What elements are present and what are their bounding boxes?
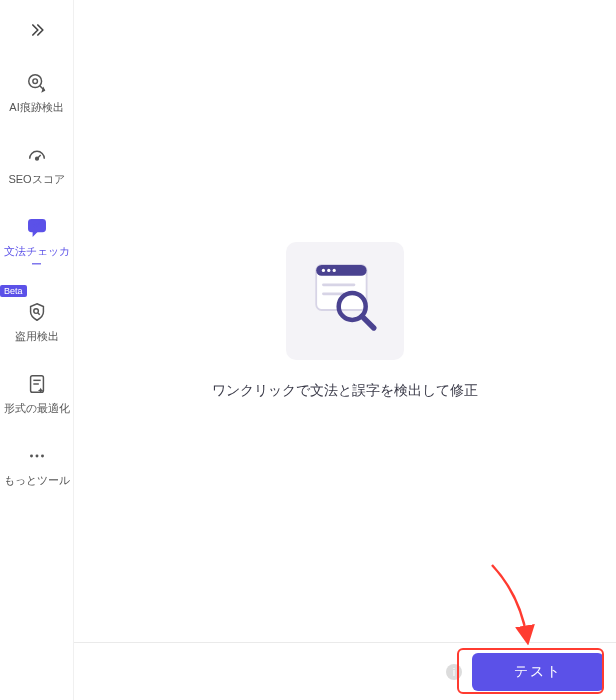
empty-state-caption: ワンクリックで文法と誤字を検出して修正 bbox=[212, 382, 478, 400]
sidebar-item-grammar-checker[interactable]: 文法チェッカー bbox=[0, 200, 73, 285]
sidebar-item-label: SEOスコア bbox=[8, 173, 64, 186]
chat-check-icon bbox=[24, 214, 50, 240]
svg-point-17 bbox=[333, 269, 336, 272]
sidebar-item-more-tools[interactable]: もっとツール bbox=[0, 429, 73, 501]
svg-line-6 bbox=[37, 313, 39, 315]
svg-point-10 bbox=[30, 455, 33, 458]
sidebar-item-label: もっとツール bbox=[4, 474, 70, 487]
svg-point-11 bbox=[35, 455, 38, 458]
beta-badge: Beta bbox=[0, 285, 27, 297]
svg-point-15 bbox=[322, 269, 325, 272]
svg-point-0 bbox=[28, 75, 41, 88]
app-root: AI痕跡検出 SEOスコア 文法チェッカー Beta 盗用検出 形式 bbox=[0, 0, 616, 700]
sidebar: AI痕跡検出 SEOスコア 文法チェッカー Beta 盗用検出 形式 bbox=[0, 0, 74, 700]
sidebar-item-label: 形式の最適化 bbox=[4, 402, 70, 415]
sidebar-collapse-button[interactable] bbox=[0, 8, 73, 56]
svg-line-21 bbox=[362, 316, 374, 328]
shield-search-icon bbox=[24, 299, 50, 325]
sidebar-item-format-optimize[interactable]: 形式の最適化 bbox=[0, 357, 73, 429]
sidebar-item-label: AI痕跡検出 bbox=[9, 101, 63, 114]
empty-state-illustration bbox=[286, 242, 404, 360]
target-pen-icon bbox=[24, 70, 50, 96]
document-sparkle-icon bbox=[24, 371, 50, 397]
svg-point-12 bbox=[41, 455, 44, 458]
info-icon[interactable]: i bbox=[446, 664, 462, 680]
chevron-double-right-icon bbox=[27, 20, 47, 44]
sidebar-item-label: 盗用検出 bbox=[15, 330, 59, 343]
main-panel: ワンクリックで文法と誤字を検出して修正 i テスト bbox=[74, 0, 616, 700]
sidebar-item-seo-score[interactable]: SEOスコア bbox=[0, 128, 73, 200]
svg-point-5 bbox=[33, 309, 38, 314]
empty-state: ワンクリックで文法と誤字を検出して修正 bbox=[74, 0, 616, 642]
dots-horizontal-icon bbox=[24, 443, 50, 469]
svg-point-16 bbox=[327, 269, 330, 272]
document-magnify-icon bbox=[300, 256, 390, 346]
svg-point-1 bbox=[32, 79, 37, 84]
sidebar-item-ai-trace[interactable]: AI痕跡検出 bbox=[0, 56, 73, 128]
sidebar-item-plagiarism[interactable]: Beta 盗用検出 bbox=[0, 285, 73, 357]
sidebar-item-label: 文法チェッカー bbox=[2, 245, 71, 271]
footer-bar: i テスト bbox=[74, 642, 616, 700]
gauge-icon bbox=[24, 142, 50, 168]
test-button[interactable]: テスト bbox=[472, 653, 604, 691]
